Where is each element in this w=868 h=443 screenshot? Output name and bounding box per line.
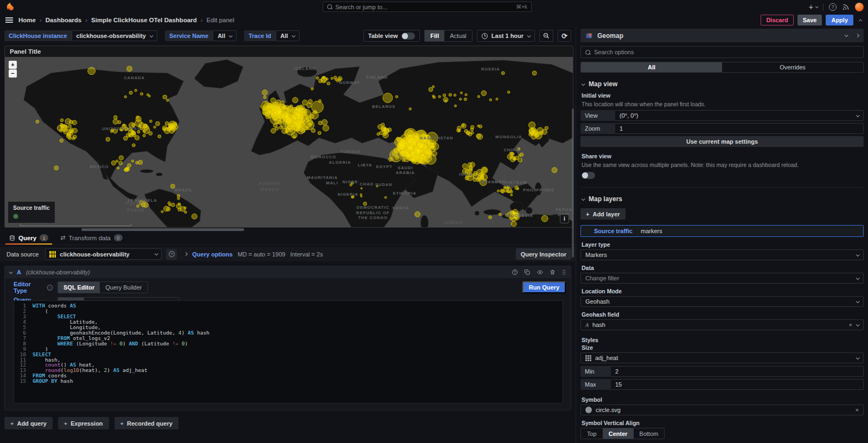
query-options-button[interactable]: Query options (192, 251, 233, 258)
datasource-picker[interactable]: clickhouse-observability (45, 248, 162, 260)
segment-option[interactable]: Query Builder (100, 282, 147, 293)
add-query-button[interactable]: +Add query (4, 417, 53, 429)
datasource-help-button[interactable]: ? (166, 249, 177, 260)
map-marker (515, 156, 519, 160)
segment-option[interactable]: Overrides (722, 62, 863, 72)
visualization-picker[interactable]: Geomap (580, 29, 864, 42)
clear-symbol-icon[interactable]: × (856, 407, 859, 413)
map-zoom-in-button[interactable]: + (9, 61, 17, 69)
horizontal-scrollbar-thumb[interactable] (81, 228, 244, 231)
search-input[interactable] (335, 4, 513, 10)
map-marker (323, 125, 329, 131)
table-view-toggle[interactable]: Table view (363, 30, 420, 42)
search-shortcut: ⌘+k (516, 4, 527, 10)
map-marker (280, 101, 284, 105)
symbol-select[interactable]: circle.svg × (580, 405, 864, 415)
variable-value-dropdown[interactable]: clickhouse-observability (72, 30, 157, 41)
variable-value-dropdown[interactable]: All (276, 30, 299, 41)
duplicate-query-icon[interactable] (524, 269, 531, 275)
sql-editor[interactable]: 1WITH coords AS2 (3 SELECT4 Latitude,5 L… (14, 300, 563, 403)
actual-option[interactable]: Actual (444, 30, 472, 41)
query-help-icon[interactable] (512, 269, 518, 275)
recorded-query-button[interactable]: +Recorded query (114, 417, 178, 429)
expression-button[interactable]: +Expression (58, 417, 109, 429)
segment-option[interactable]: SQL Editor (58, 282, 100, 293)
map-info-button[interactable]: i (560, 214, 569, 223)
map-zoom-out-button[interactable]: − (9, 69, 17, 78)
query-inspector-button[interactable]: Query Inspector (516, 248, 571, 260)
add-layer-button[interactable]: +Add layer (580, 208, 626, 220)
options-search[interactable] (580, 46, 864, 58)
segment-option[interactable]: Bottom (634, 428, 665, 439)
options-search-input[interactable] (594, 49, 859, 55)
map-marker (331, 77, 333, 79)
segment-option[interactable]: Center (603, 428, 634, 439)
breadcrumb-item[interactable]: Home (18, 17, 36, 23)
fill-option[interactable]: Fill (425, 30, 444, 41)
run-query-button[interactable]: Run Query (522, 281, 566, 293)
breadcrumb-item[interactable]: Simple ClickHouse OTel Dashboard (91, 17, 197, 23)
variable-value-dropdown[interactable]: All (213, 30, 237, 41)
map-marker (385, 196, 387, 198)
map-marker (69, 129, 73, 133)
map-marker (459, 98, 462, 100)
apply-button[interactable]: Apply (826, 15, 853, 25)
symbol-v-align-segment[interactable]: TopCenterBottom (580, 428, 665, 439)
map-marker (298, 108, 303, 113)
time-range-picker[interactable]: Last 1 hour (477, 30, 535, 42)
breadcrumb-item[interactable]: Dashboards (46, 17, 81, 23)
new-menu-button[interactable]: + (809, 3, 818, 11)
segment-option[interactable]: All (581, 62, 722, 72)
map-marker (432, 86, 435, 88)
layer-row-source-traffic[interactable]: Source traffic markers (580, 225, 864, 237)
viz-picker-chevron-icon[interactable] (845, 33, 848, 37)
collapse-pane-icon[interactable] (856, 34, 859, 37)
layer-type-select[interactable]: Markers (580, 249, 864, 260)
section-map-view[interactable]: Map view (582, 80, 864, 88)
geohash-field-select[interactable]: A hash × (580, 319, 864, 330)
segment-option[interactable]: Top (581, 428, 603, 439)
collapse-header-icon[interactable] (859, 19, 863, 23)
save-button[interactable]: Save (797, 15, 822, 25)
tab-query[interactable]: Query 1 (4, 234, 53, 245)
data-select[interactable]: Change filter (580, 273, 864, 284)
hide-query-icon[interactable] (537, 269, 544, 275)
refresh-button[interactable]: ⟳ (558, 30, 571, 42)
location-mode-select[interactable]: Geohash (580, 296, 864, 307)
zoom-input[interactable]: 1 (615, 123, 864, 134)
min-input[interactable]: 2 (611, 366, 864, 377)
initial-view-label: Initial view (582, 92, 864, 99)
map-marker (285, 127, 290, 132)
discard-button[interactable]: Discard (761, 15, 793, 25)
map-marker (119, 156, 123, 160)
news-icon[interactable] (842, 3, 850, 11)
view-select[interactable]: (0°, 0°) (615, 110, 864, 121)
size-field-select[interactable]: adj_heat (580, 352, 864, 363)
geomap-panel[interactable]: Panel Title (4, 46, 573, 228)
options-tabs[interactable]: AllOverrides (580, 62, 864, 73)
map-marker (520, 153, 524, 157)
vertical-scrollbar-thumb[interactable] (572, 108, 574, 258)
tab-transform-data[interactable]: ⇄ Transform data 0 (55, 234, 127, 245)
user-avatar[interactable] (855, 3, 864, 11)
delete-query-icon[interactable] (550, 269, 556, 275)
transform-icon: ⇄ (60, 234, 65, 241)
map-canvas[interactable]: CANADARUSSIAUNITED STATESMEXICOBRAZILVEN… (5, 57, 573, 227)
help-icon[interactable]: ? (829, 3, 837, 11)
max-input[interactable]: 15 (611, 379, 864, 390)
query-row-header[interactable]: A (clickhouse-observability) (5, 266, 571, 278)
table-view-switch[interactable] (401, 33, 415, 40)
editor-type-segment[interactable]: SQL EditorQuery Builder (58, 281, 148, 293)
menu-toggle-icon[interactable] (5, 17, 13, 23)
share-view-toggle[interactable] (582, 172, 595, 179)
global-search[interactable]: ⌘+k (323, 2, 532, 12)
query-collapse-icon[interactable] (9, 270, 13, 274)
grafana-logo-icon[interactable] (5, 2, 15, 11)
clear-field-icon[interactable]: × (849, 322, 852, 328)
zoom-out-button[interactable] (539, 30, 553, 42)
drag-handle-icon[interactable] (561, 269, 566, 275)
section-map-layers[interactable]: Map layers (582, 195, 864, 203)
fill-actual-segment[interactable]: Fill Actual (424, 30, 472, 42)
use-current-map-settings-button[interactable]: Use current map settings (580, 136, 864, 147)
query-options-chevron-icon[interactable] (184, 252, 188, 256)
